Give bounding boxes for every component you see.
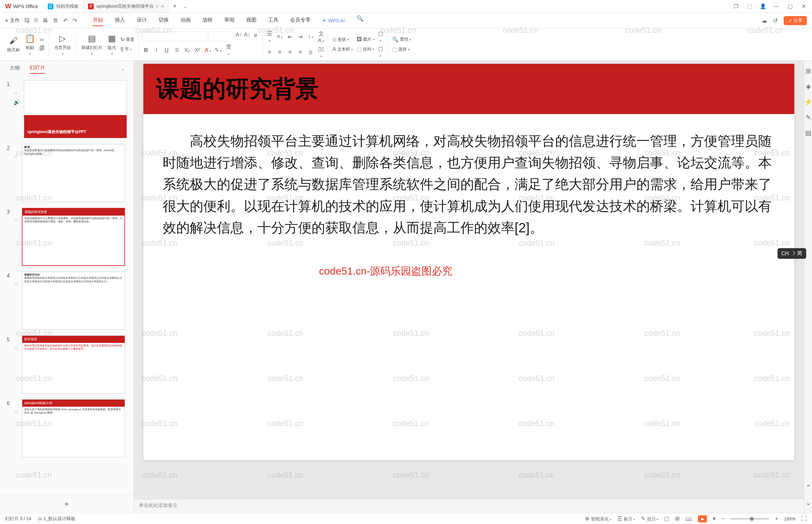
zoom-level[interactable]: 189% <box>784 516 796 521</box>
pin-icon[interactable]: ¤ <box>156 4 159 9</box>
outline-tab[interactable]: 大纲 <box>10 65 20 73</box>
picture-button[interactable]: 🖼图片 <box>355 35 376 43</box>
bullets-button[interactable]: ☰ <box>266 30 273 44</box>
audio-icon[interactable]: 🔊 <box>14 99 20 105</box>
highlight-button[interactable]: ✎ <box>215 47 222 53</box>
menu-tab-member[interactable]: 会员专享 <box>290 15 311 26</box>
slideshow-button[interactable]: ▶ <box>698 515 707 522</box>
file-menu[interactable]: ≡文件 <box>5 17 20 23</box>
comments-toggle[interactable]: ✎ 批注 <box>641 515 659 522</box>
canvas-scroll[interactable]: 课题的研究背景 高校失物招领平台主要通过计算机网络，对高校失物招领平台的信息进行… <box>134 61 804 499</box>
menu-tab-insert[interactable]: 插入 <box>115 15 125 26</box>
menu-tab-view[interactable]: 视图 <box>246 15 256 26</box>
zoom-in-button[interactable]: + <box>775 515 778 522</box>
menu-tab-slideshow[interactable]: 放映 <box>202 15 213 26</box>
increase-font-icon[interactable]: A↑ <box>235 32 242 41</box>
multiwindow-icon[interactable]: ❐ <box>733 3 739 10</box>
tab-docer[interactable]: D 找稻壳模板 <box>43 0 83 13</box>
thumbnail-4[interactable]: 课题研究目的课题研究目的内容文本预览占位内容文本预览占位内容文本预览占位内容文本… <box>22 272 125 330</box>
new-slide-button[interactable]: ▤ 新建幻灯片 <box>80 32 104 57</box>
layers-icon[interactable]: ▤ <box>805 129 811 137</box>
font-size-input[interactable] <box>208 32 234 41</box>
slide-canvas[interactable]: 课题的研究背景 高校失物招领平台主要通过计算机网络，对高校失物招领平台的信息进行… <box>144 64 794 460</box>
layout-button[interactable]: ▦ 版式 <box>106 32 118 57</box>
lightning-icon[interactable]: ⚡ <box>804 98 812 106</box>
tab-ppt[interactable]: P springboot高校失物招领平台 ¤ × <box>83 0 169 13</box>
text-direction-button[interactable]: 文A <box>317 30 325 44</box>
diamond-icon[interactable]: ◈ <box>806 82 811 90</box>
menu-tab-transition[interactable]: 切换 <box>159 15 169 26</box>
save-icon[interactable]: 🖫 <box>24 17 30 24</box>
slides-tab[interactable]: 幻灯片 <box>30 64 45 74</box>
share-button[interactable]: ↗分享 <box>784 16 807 25</box>
close-window-icon[interactable]: ✕ <box>800 3 807 10</box>
decrease-font-icon[interactable]: A↓ <box>244 32 251 41</box>
outline-button[interactable]: ▢ <box>377 46 384 59</box>
tab-list-dropdown[interactable]: ⌄ <box>180 3 190 9</box>
fit-screen-icon[interactable]: ⛶ <box>801 515 807 522</box>
font-color-button[interactable]: A <box>204 47 211 53</box>
add-slide-button[interactable]: + <box>0 495 133 513</box>
slideshow-dropdown[interactable]: ▾ <box>713 515 716 522</box>
line-spacing-button[interactable]: ↕ <box>307 33 314 40</box>
font-name-input[interactable] <box>143 32 207 41</box>
cut-icon[interactable]: ✂ <box>38 37 46 44</box>
columns-button[interactable]: ▯▯ <box>317 46 325 59</box>
italic-button[interactable]: I <box>153 47 160 53</box>
menu-tab-review[interactable]: 审阅 <box>224 15 235 26</box>
thumbnail-3[interactable]: 课题的研究背景 高校失物招领平台主要通过计算机网络，对高校失物招领平台的信息进行… <box>22 208 125 266</box>
star-icon[interactable]: ☆ <box>14 345 18 351</box>
reset-button[interactable]: ↻重置 <box>119 35 136 44</box>
smart-beautify-button[interactable]: ⊕ 智能美化 <box>585 515 612 522</box>
phonetic-button[interactable]: 变 <box>225 43 232 57</box>
template-name[interactable]: 🗂 1_默认设计模板 <box>38 516 76 522</box>
minimize-icon[interactable]: — <box>773 3 780 10</box>
distribute-button[interactable]: ≣ <box>307 49 314 56</box>
scroll-down-icon[interactable]: ⌄ <box>806 499 811 507</box>
arrange-button[interactable]: ⬚排列 <box>355 45 376 53</box>
star-icon[interactable]: ☆ <box>14 90 20 96</box>
redo-icon[interactable]: ↷ <box>72 17 77 24</box>
undo-icon[interactable]: ↶ <box>63 17 68 24</box>
new-tab-button[interactable]: + <box>169 3 181 10</box>
thumbnail-6[interactable]: springboot框架介绍 本页介绍了系统采用的技术框架 SSM, Sprin… <box>22 399 125 457</box>
fill-color-button[interactable]: ▢ <box>377 30 384 44</box>
menu-tab-design[interactable]: 设计 <box>137 15 147 26</box>
increase-indent-button[interactable]: ⇥ <box>297 33 304 40</box>
strike-button[interactable]: S <box>173 47 180 53</box>
decrease-indent-button[interactable]: ⇤ <box>286 33 294 40</box>
find-button[interactable]: 🔍查找 <box>391 35 412 44</box>
grid-icon[interactable]: ⊞ <box>806 67 811 75</box>
align-left-button[interactable]: ≡ <box>266 49 273 55</box>
star-icon[interactable]: ☆ <box>14 217 18 224</box>
scroll-up-icon[interactable]: ⌃ <box>806 484 811 491</box>
star-icon[interactable]: ☆ <box>14 281 18 288</box>
clear-format-icon[interactable]: ⌀ <box>252 32 259 41</box>
from-current-button[interactable]: ▷ 当页开始 <box>52 32 73 57</box>
wps-ai-button[interactable]: ✦WPS AI <box>322 15 345 26</box>
align-right-button[interactable]: ≡ <box>286 49 294 55</box>
slide-title-box[interactable]: 课题的研究背景 <box>144 64 794 114</box>
slide-body[interactable]: 高校失物招领平台主要通过计算机网络，对高校失物招领平台的信息进行统一管理，方便管… <box>144 114 794 255</box>
design-icon[interactable]: ✎ <box>806 113 811 121</box>
zoom-slider[interactable] <box>730 518 769 520</box>
search-icon[interactable]: 🔍 <box>357 15 363 26</box>
superscript-button[interactable]: X² <box>194 47 201 53</box>
history-icon[interactable]: ↺ <box>773 17 778 24</box>
shape-button[interactable]: ◇形状 <box>331 35 354 44</box>
thumbnail-1[interactable]: springboot高校失物招领平台PPT <box>24 80 127 138</box>
menu-tab-start[interactable]: 开始 <box>93 15 103 26</box>
new-icon[interactable]: ⎘ <box>34 17 38 24</box>
print-icon[interactable]: 🖶 <box>43 17 48 24</box>
reading-view-icon[interactable]: 📖 <box>685 515 692 522</box>
ime-indicator[interactable]: CH ☽ 简 <box>778 248 806 259</box>
preview-icon[interactable]: 🗎 <box>53 17 59 24</box>
star-icon[interactable]: ☆ <box>14 409 18 415</box>
underline-button[interactable]: U <box>163 47 170 53</box>
section-button[interactable]: §节 <box>119 46 136 53</box>
thumbnail-5[interactable]: 研究现状 现在外国已有很多高校失物招领平台设计开发研究的案例，他们非常重视高校失… <box>22 335 125 393</box>
menu-tab-tools[interactable]: 工具 <box>268 15 278 26</box>
notes-bar[interactable]: 单击此处添加备注 <box>134 499 804 513</box>
numbering-button[interactable]: ≡ <box>276 33 283 40</box>
thumbnail-list[interactable]: 1 ☆🔊 springboot高校失物招领平台PPT 2 ☆ 摘 要本系统主要通… <box>0 78 133 495</box>
